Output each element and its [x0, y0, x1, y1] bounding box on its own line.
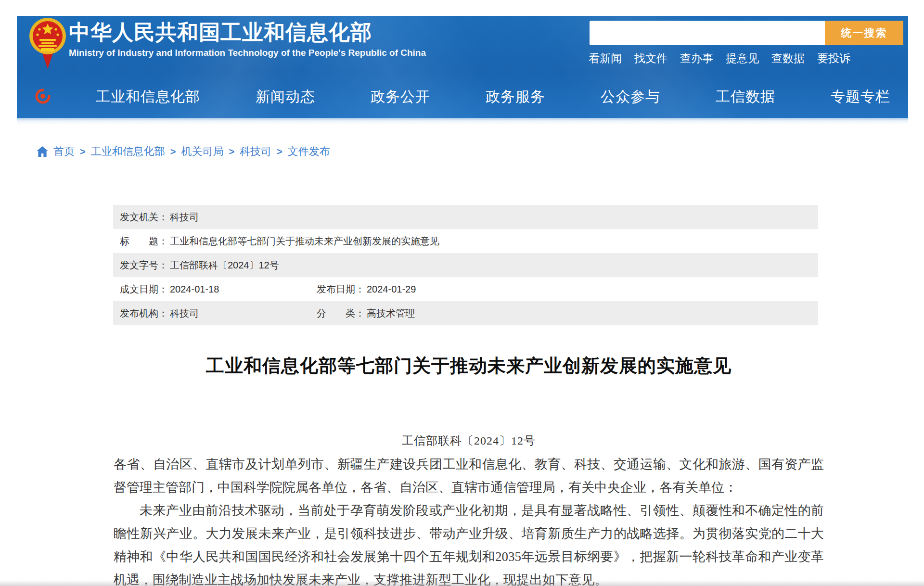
meta-cell: 发布机构：科技司: [120, 307, 317, 320]
nav-item-2[interactable]: 新闻动态: [256, 87, 315, 107]
nav-item-5[interactable]: 公众参与: [601, 87, 660, 107]
search-input[interactable]: [590, 21, 825, 45]
article-paragraph: 各省、自治区、直辖市及计划单列市、新疆生产建设兵团工业和信息化、教育、科技、交通…: [114, 453, 824, 499]
meta-cell: 发布日期：2024-01-29: [317, 283, 416, 296]
meta-cell: 标 题：工业和信息化部等七部门关于推动未来产业创新发展的实施意见: [120, 235, 439, 248]
meta-label: 标 题：: [120, 235, 168, 248]
breadcrumb: 首页>工业和信息化部>机关司局>科技司>文件发布: [37, 144, 330, 159]
home-icon[interactable]: [37, 146, 48, 157]
meta-label: 成文日期：: [120, 283, 168, 296]
quick-link[interactable]: 提意见: [726, 51, 759, 66]
breadcrumb-separator: >: [277, 146, 282, 157]
meta-value: 2024-01-18: [170, 284, 219, 295]
article-body: 各省、自治区、直辖市及计划单列市、新疆生产建设兵团工业和信息化、教育、科技、交通…: [114, 453, 824, 586]
meta-value: 工业和信息化部等七部门关于推动未来产业创新发展的实施意见: [170, 235, 439, 248]
main-nav-items: 工业和信息化部新闻动态政务公开政务服务公众参与工信数据专题专栏: [96, 84, 890, 109]
mii-swirl-icon: [35, 89, 51, 104]
breadcrumb-separator: >: [80, 146, 86, 157]
bottom-fade: [0, 580, 924, 586]
meta-value: 科技司: [170, 307, 199, 320]
meta-row: 发布机构：科技司分 类：高技术管理: [113, 301, 818, 325]
meta-row: 标 题：工业和信息化部等七部门关于推动未来产业创新发展的实施意见: [113, 229, 818, 253]
meta-cell: 分 类：高技术管理: [317, 307, 415, 320]
nav-item-1[interactable]: 工业和信息化部: [96, 87, 200, 107]
nav-item-3[interactable]: 政务公开: [371, 87, 430, 107]
header-fade-divider: [17, 118, 908, 125]
meta-label: 发布机构：: [120, 307, 168, 320]
national-emblem-icon: [29, 17, 66, 69]
article-paragraph: 未来产业由前沿技术驱动，当前处于孕育萌发阶段或产业化初期，是具有显著战略性、引领…: [114, 499, 824, 586]
article-title: 工业和信息化部等七部门关于推动未来产业创新发展的实施意见: [114, 354, 824, 377]
quick-link[interactable]: 找文件: [634, 51, 667, 66]
meta-value: 工信部联科〔2024〕12号: [170, 259, 279, 272]
meta-row: 发文机关：科技司: [113, 205, 818, 229]
breadcrumb-item[interactable]: 科技司: [240, 144, 271, 159]
meta-cell: 成文日期：2024-01-18: [120, 283, 317, 296]
quick-link[interactable]: 看新闻: [589, 51, 622, 66]
quick-link[interactable]: 查办事: [680, 51, 713, 66]
page: 中华人民共和国工业和信息化部 Ministry of Industry and …: [0, 0, 924, 586]
breadcrumb-separator: >: [170, 146, 176, 157]
main-nav: 工业和信息化部新闻动态政务公开政务服务公众参与工信数据专题专栏: [17, 84, 908, 109]
nav-item-4[interactable]: 政务服务: [486, 87, 545, 107]
site-title: 中华人民共和国工业和信息化部: [69, 20, 426, 45]
meta-table: 发文机关：科技司标 题：工业和信息化部等七部门关于推动未来产业创新发展的实施意见…: [113, 205, 818, 325]
doc-number: 工信部联科〔2024〕12号: [114, 433, 824, 448]
site-subtitle: Ministry of Industry and Information Tec…: [69, 48, 426, 58]
quick-links: 看新闻找文件查办事提意见查数据要投诉: [589, 51, 850, 66]
quick-link[interactable]: 查数据: [771, 51, 805, 66]
quick-link[interactable]: 要投诉: [817, 51, 850, 66]
search-button[interactable]: 统一搜索: [825, 21, 903, 45]
nav-item-6[interactable]: 工信数据: [716, 87, 775, 107]
meta-label: 发布日期：: [317, 283, 365, 296]
site-header: 中华人民共和国工业和信息化部 Ministry of Industry and …: [17, 16, 908, 118]
breadcrumb-item[interactable]: 文件发布: [288, 144, 330, 159]
meta-cell: 发文字号：工信部联科〔2024〕12号: [120, 259, 279, 272]
breadcrumb-home-link[interactable]: 首页: [53, 144, 75, 159]
meta-label: 发文字号：: [120, 259, 168, 272]
meta-label: 发文机关：: [120, 211, 168, 224]
meta-value: 科技司: [170, 211, 199, 224]
meta-value: 2024-01-29: [367, 284, 416, 295]
nav-item-7[interactable]: 专题专栏: [831, 87, 890, 107]
meta-label: 分 类：: [317, 307, 365, 320]
meta-cell: 发文机关：科技司: [120, 211, 199, 224]
site-title-block: 中华人民共和国工业和信息化部 Ministry of Industry and …: [69, 20, 426, 58]
breadcrumb-separator: >: [229, 146, 234, 157]
breadcrumb-item[interactable]: 机关司局: [181, 144, 223, 159]
meta-row: 发文字号：工信部联科〔2024〕12号: [113, 253, 818, 277]
breadcrumb-item[interactable]: 工业和信息化部: [91, 144, 165, 159]
meta-value: 高技术管理: [367, 307, 415, 320]
meta-row: 成文日期：2024-01-18发布日期：2024-01-29: [113, 277, 818, 301]
